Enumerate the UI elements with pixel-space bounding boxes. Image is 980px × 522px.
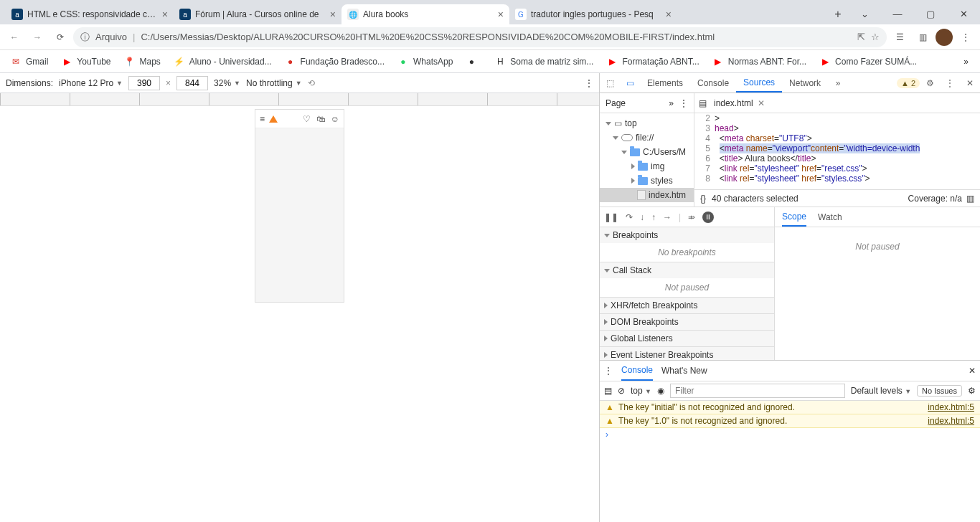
coverage-icon[interactable]: ▥ [966, 194, 974, 204]
levels-select[interactable]: Default levels ▼ [851, 386, 911, 396]
inspect-icon[interactable]: ⬚ [600, 78, 620, 88]
more-tabs-icon[interactable]: » [828, 78, 848, 88]
reading-list-icon[interactable]: ☰ [890, 27, 910, 47]
bp-section[interactable]: BreakpointsNo breakpoints [600, 227, 774, 262]
height-input[interactable] [176, 76, 208, 90]
bookmarks-overflow-icon[interactable]: » [958, 57, 974, 67]
bookmark-item[interactable]: ▶Formatação ABNT... [602, 53, 703, 70]
devtools-tab-network[interactable]: Network [782, 73, 828, 92]
drawer-menu-icon[interactable]: ⋮ [604, 366, 613, 376]
browser-tab[interactable]: aFórum | Alura - Cursos online de× [174, 4, 341, 24]
heart-icon[interactable]: ♡ [303, 114, 311, 124]
devtools-tab-elements[interactable]: Elements [640, 73, 690, 92]
pretty-print-icon[interactable]: {} [700, 194, 706, 204]
tree-file-index[interactable]: index.htm [600, 188, 694, 202]
close-icon[interactable]: ✕ [758, 98, 765, 108]
tree-folder-img[interactable]: img [600, 159, 694, 174]
device-toggle-icon[interactable]: ▭ [620, 78, 640, 88]
drawer-close-icon[interactable]: ✕ [969, 366, 976, 376]
browser-tab[interactable]: aHTML e CSS: responsividade com× [6, 4, 174, 24]
close-icon[interactable]: × [330, 9, 336, 20]
new-tab-button[interactable]: + [828, 4, 848, 24]
site-info-icon[interactable]: ⓘ [80, 31, 90, 44]
bp-section[interactable]: XHR/fetch Breakpoints [600, 298, 774, 314]
navigator-more-icon[interactable]: » [669, 98, 674, 108]
devtools-tab-sources[interactable]: Sources [736, 73, 782, 92]
width-input[interactable] [128, 76, 160, 90]
back-button[interactable]: ← [4, 27, 24, 47]
browser-tab[interactable]: 🌐Alura books× [341, 4, 509, 24]
deactivate-bp-icon[interactable]: ⤃ [688, 212, 695, 222]
console-prompt[interactable]: › [600, 428, 980, 441]
filter-input[interactable] [670, 384, 845, 398]
window-minimize-button[interactable]: — [881, 3, 914, 24]
devtools-tab-console[interactable]: Console [690, 73, 736, 92]
live-expression-icon[interactable]: ◉ [657, 386, 664, 396]
share-icon[interactable]: ⇱ [857, 32, 865, 42]
devtools-close-icon[interactable]: ✕ [960, 78, 980, 88]
bookmark-item[interactable]: ✉Gmail [6, 53, 52, 70]
close-icon[interactable]: × [666, 9, 672, 20]
device-select[interactable]: iPhone 12 Pro ▼ [59, 78, 123, 88]
context-select[interactable]: top ▼ [631, 386, 651, 396]
devtools-menu-icon[interactable]: ⋮ [940, 78, 960, 88]
step-icon[interactable]: → [663, 212, 672, 222]
reload-button[interactable]: ⟳ [50, 27, 70, 47]
url-box[interactable]: ⓘ Arquivo | C:/Users/Messias/Desktop/ALU… [73, 27, 887, 47]
window-close-button[interactable]: ✕ [947, 3, 980, 24]
bp-section[interactable]: DOM Breakpoints [600, 314, 774, 331]
profile-avatar[interactable] [936, 29, 953, 46]
code-editor[interactable]: 2>3head>4 <meta charset="UTF8">5 <meta n… [694, 113, 980, 189]
user-icon[interactable]: ☺ [331, 114, 339, 124]
zoom-select[interactable]: 32% ▼ [214, 78, 240, 88]
side-panel-icon[interactable]: ▥ [913, 27, 933, 47]
close-icon[interactable]: × [162, 9, 168, 20]
bookmark-item[interactable]: ● [461, 53, 486, 70]
tree-top[interactable]: ▭ top [600, 116, 694, 130]
chrome-menu-icon[interactable]: ⋮ [956, 27, 976, 47]
forward-button[interactable]: → [27, 27, 47, 47]
settings-icon[interactable]: ⚙ [920, 78, 940, 88]
window-dropdown-icon[interactable]: ⌄ [848, 3, 881, 24]
bag-icon[interactable]: 🛍 [316, 114, 325, 124]
scope-tab[interactable]: Scope [782, 207, 806, 227]
bookmark-item[interactable]: ▶YouTube [57, 53, 115, 70]
source-link[interactable]: index.html:5 [928, 416, 974, 426]
tree-folder-styles[interactable]: styles [600, 174, 694, 188]
tree-scheme[interactable]: file:// [600, 130, 694, 145]
step-over-icon[interactable]: ↷ [626, 212, 633, 222]
warnings-badge[interactable]: ▲ 2 [897, 78, 920, 88]
bookmark-item[interactable]: HSoma de matriz sim... [490, 53, 598, 70]
bookmark-star-icon[interactable]: ☆ [871, 32, 880, 42]
clear-console-icon[interactable]: ⊘ [618, 386, 625, 396]
editor-tab-file[interactable]: index.html ✕ [711, 98, 768, 108]
pause-exceptions-icon[interactable]: ⏸ [702, 212, 714, 223]
navigator-tab-page[interactable]: Page [606, 98, 626, 108]
close-icon[interactable]: × [498, 9, 504, 20]
tree-path[interactable]: C:/Users/M [600, 145, 694, 159]
bookmark-item[interactable]: ⚡Aluno - Universidad... [169, 53, 276, 70]
window-maximize-button[interactable]: ▢ [914, 3, 947, 24]
editor-tabs-icon[interactable]: ▤ [699, 98, 707, 108]
bookmark-item[interactable]: ▶Como Fazer SUMÁ... [815, 53, 921, 70]
bp-section[interactable]: Call StackNot paused [600, 262, 774, 298]
bookmark-item[interactable]: ●Fundação Bradesco... [281, 53, 389, 70]
drawer-tab-console[interactable]: Console [621, 361, 653, 381]
rotate-icon[interactable]: ⟲ [308, 78, 315, 88]
bookmark-item[interactable]: ●WhatsApp [393, 53, 457, 70]
device-toolbar-menu-icon[interactable]: ⋮ [585, 78, 593, 88]
source-link[interactable]: index.html:5 [928, 402, 974, 412]
navigator-menu-icon[interactable]: ⋮ [679, 98, 688, 108]
step-out-icon[interactable]: ↑ [651, 212, 656, 222]
console-settings-icon[interactable]: ⚙ [968, 386, 976, 396]
bp-section[interactable]: Global Listeners [600, 331, 774, 347]
bookmark-item[interactable]: ▶Normas ABNT: For... [708, 53, 811, 70]
hamburger-icon[interactable]: ≡ [260, 114, 265, 124]
no-issues-badge[interactable]: No Issues [917, 385, 962, 397]
drawer-tab-whatsnew[interactable]: What's New [661, 366, 707, 376]
bp-section[interactable]: Event Listener Breakpoints [600, 347, 774, 360]
browser-tab[interactable]: Gtradutor ingles portugues - Pesq× [509, 4, 677, 24]
pause-button[interactable]: ❚❚ [604, 212, 618, 222]
console-sidebar-icon[interactable]: ▤ [604, 386, 612, 396]
step-into-icon[interactable]: ↓ [640, 212, 644, 222]
